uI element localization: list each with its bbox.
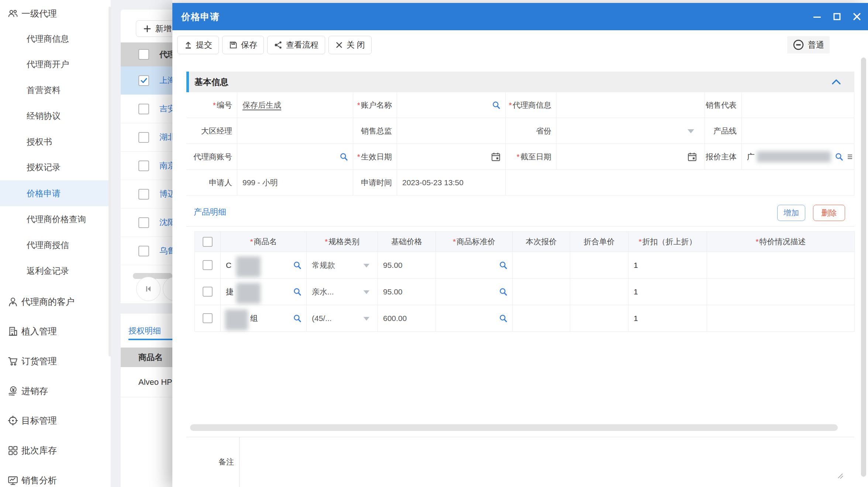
vertical-scrollbar[interactable] — [861, 58, 866, 477]
row-checkbox[interactable] — [203, 313, 213, 323]
sidebar-item-order-management[interactable]: 订货管理 — [0, 348, 111, 374]
table-row[interactable]: Alveo HP — [121, 367, 172, 397]
standard-price-cell[interactable] — [436, 279, 513, 305]
search-icon[interactable] — [492, 100, 501, 110]
list-icon[interactable] — [847, 154, 852, 160]
sidebar-item-agent-price-query[interactable]: 代理商价格查询 — [0, 206, 111, 232]
sales-rep-field[interactable] — [742, 92, 854, 118]
search-icon[interactable] — [293, 314, 302, 323]
remark-textarea[interactable] — [239, 437, 854, 487]
discount-cell[interactable]: 1 — [628, 305, 707, 332]
sidebar-item-target-management[interactable]: 目标管理 — [0, 408, 111, 434]
submit-button[interactable]: 提交 — [177, 36, 219, 54]
search-icon[interactable] — [339, 152, 348, 161]
sidebar-item-inventory[interactable]: 进销存 — [0, 378, 111, 404]
sidebar-item-agent-account-open[interactable]: 代理商开户 — [0, 51, 111, 77]
row-checkbox[interactable] — [138, 217, 149, 228]
spec-type-cell[interactable]: 常规款 — [307, 252, 378, 279]
row-checkbox[interactable] — [203, 287, 213, 297]
current-quote-cell[interactable] — [513, 305, 570, 332]
caret-down-icon[interactable] — [364, 290, 369, 294]
first-page-button[interactable] — [136, 277, 161, 301]
close-icon[interactable] — [852, 12, 861, 21]
sidebar-item-batch-stock[interactable]: 批次库存 — [0, 438, 111, 463]
calendar-icon[interactable] — [687, 152, 697, 162]
table-row[interactable]: 乌鲁 — [121, 237, 172, 265]
save-button[interactable]: 保存 — [222, 36, 264, 54]
special-price-desc-cell[interactable] — [707, 305, 855, 332]
province-select[interactable] — [557, 118, 705, 144]
sidebar-item-distribution-agreement[interactable]: 经销协议 — [0, 103, 111, 129]
table-row[interactable]: 南京 — [121, 152, 172, 180]
table-row[interactable]: 吉安 — [121, 95, 172, 123]
search-icon[interactable] — [293, 287, 302, 296]
caret-down-icon[interactable] — [364, 264, 369, 267]
sidebar-item-rebate-record[interactable]: 返利金记录 — [0, 258, 111, 284]
discount-cell[interactable]: 1 — [628, 252, 707, 279]
table-row[interactable]: 湖北 — [121, 123, 172, 152]
sidebar-item-agent-info[interactable]: 代理商信息 — [0, 26, 111, 52]
add-new-button[interactable]: 新增 — [136, 20, 172, 37]
agent-info-field[interactable] — [557, 92, 705, 118]
product-line-field[interactable] — [742, 118, 854, 144]
tab-authorization-detail[interactable]: 授权明细 — [128, 325, 161, 336]
maximize-icon[interactable] — [833, 12, 841, 21]
search-icon[interactable] — [499, 260, 508, 270]
row-checkbox[interactable] — [203, 260, 213, 270]
row-checkbox[interactable] — [138, 160, 149, 171]
add-row-button[interactable]: 增加 — [777, 205, 805, 221]
product-name-cell[interactable]: C — [221, 252, 307, 279]
agent-account-field[interactable] — [237, 144, 353, 170]
table-row[interactable]: 沈阳 — [121, 208, 172, 237]
search-icon[interactable] — [293, 260, 302, 270]
sidebar-item-implant-management[interactable]: 植入管理 — [0, 318, 111, 344]
sidebar-item-first-sale-docs[interactable]: 首营资料 — [0, 77, 111, 103]
current-quote-cell[interactable] — [513, 279, 570, 305]
row-checkbox[interactable] — [138, 189, 149, 200]
sidebar-item-authorization-letter[interactable]: 授权书 — [0, 129, 111, 155]
sidebar-scrollbar[interactable] — [108, 7, 111, 356]
caret-down-icon[interactable] — [688, 129, 694, 133]
chevron-up-icon[interactable] — [831, 79, 841, 85]
select-all-checkbox[interactable] — [138, 49, 149, 60]
sidebar-item-first-level-agent[interactable]: 一级代理 — [0, 1, 111, 27]
resize-icon[interactable] — [837, 472, 843, 479]
quote-entity-field[interactable]: 广 — [742, 144, 854, 170]
row-checkbox[interactable] — [138, 104, 149, 114]
row-checkbox[interactable] — [138, 246, 149, 256]
discount-cell[interactable]: 1 — [628, 279, 707, 305]
product-detail-title[interactable]: 产品明细 — [194, 207, 226, 218]
sidebar-item-sales-analysis[interactable]: 销售分析 — [0, 467, 111, 487]
sales-director-field[interactable] — [397, 118, 506, 144]
select-all-checkbox[interactable] — [203, 237, 213, 247]
account-name-field[interactable] — [397, 92, 506, 118]
table-row[interactable]: 上海 — [121, 66, 172, 95]
end-date-field[interactable] — [557, 144, 705, 170]
priority-badge[interactable]: 普通 — [787, 36, 830, 53]
product-name-cell[interactable]: 组 — [221, 305, 307, 332]
standard-price-cell[interactable] — [436, 252, 513, 279]
spec-type-cell[interactable]: (45/... — [307, 305, 378, 332]
calendar-icon[interactable] — [491, 152, 501, 162]
spec-type-cell[interactable]: 亲水... — [307, 279, 378, 305]
number-field[interactable]: 保存后生成 — [237, 92, 353, 118]
sidebar-item-authorization-record[interactable]: 授权记录 — [0, 154, 111, 180]
sidebar-item-agent-credit[interactable]: 代理商授信 — [0, 232, 111, 258]
caret-down-icon[interactable] — [364, 317, 369, 321]
row-checkbox-checked[interactable] — [138, 75, 149, 86]
search-icon[interactable] — [499, 287, 508, 296]
standard-price-cell[interactable] — [436, 305, 513, 332]
product-name-cell[interactable]: 捷 — [221, 279, 307, 305]
current-quote-cell[interactable] — [513, 252, 570, 279]
sidebar-item-agent-customers[interactable]: 代理商的客户 — [0, 289, 111, 315]
delete-row-button[interactable]: 删除 — [813, 205, 845, 221]
region-manager-field[interactable] — [237, 118, 353, 144]
minimize-icon[interactable] — [813, 12, 822, 21]
close-button[interactable]: 关 闭 — [328, 36, 372, 54]
row-checkbox[interactable] — [138, 132, 149, 143]
special-price-desc-cell[interactable] — [707, 279, 855, 305]
sidebar-item-price-application[interactable]: 价格申请 — [0, 180, 111, 206]
horizontal-scrollbar[interactable] — [190, 424, 838, 431]
special-price-desc-cell[interactable] — [707, 252, 855, 279]
search-icon[interactable] — [834, 152, 844, 161]
